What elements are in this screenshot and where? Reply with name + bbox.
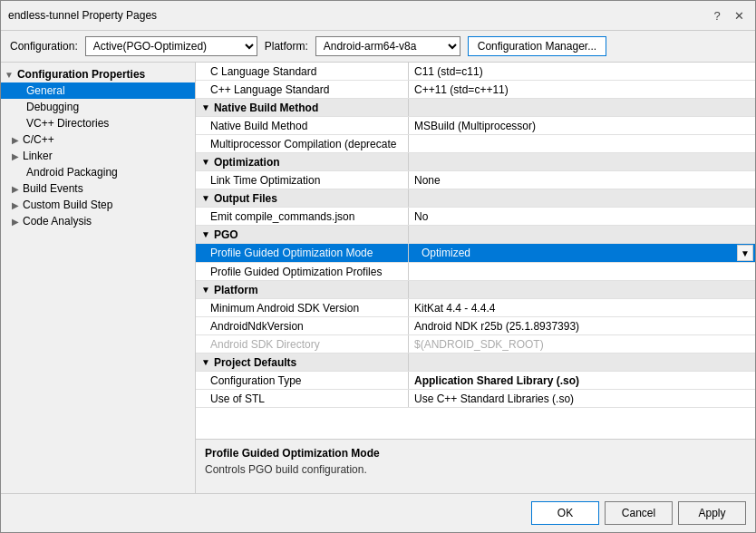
table-row: Profile Guided Optimization Profiles [196,263,755,281]
section-name: ▼ Optimization [196,153,409,170]
main-content: ▼ Configuration Properties General Debug… [1,63,755,493]
section-header-pgo: ▼ PGO [196,226,755,244]
section-name: ▼ PGO [196,226,409,243]
sidebar-item-general[interactable]: General [1,82,195,99]
prop-value: Android NDK r25b (25.1.8937393) [409,317,755,334]
section-name: ▼ Native Build Method [196,99,409,116]
prop-value: KitKat 4.4 - 4.4.4 [409,299,755,316]
prop-value [409,281,755,298]
prop-name: Native Build Method [196,117,409,134]
description-title: Profile Guided Optimization Mode [205,447,746,460]
title-bar: endless-tunnel Property Pages ? ✕ [1,1,755,31]
section-arrow-icon: ▼ [201,193,210,203]
prop-name-pgo-mode: Profile Guided Optimization Mode [196,244,409,262]
description-text: Controls PGO build configuration. [205,463,746,476]
prop-name: Profile Guided Optimization Profiles [196,263,409,280]
config-select[interactable]: Active(PGO-Optimized) [85,36,257,56]
table-row: Emit compile_commands.json No [196,208,755,226]
table-row: Use of STL Use C++ Standard Libraries (.… [196,390,755,408]
linker-chevron-icon: ▶ [12,151,19,161]
root-chevron-icon: ▼ [5,70,14,80]
prop-value [409,99,755,116]
prop-value [409,354,755,371]
section-name: ▼ Output Files [196,189,409,207]
prop-name: C Language Standard [196,63,409,80]
table-row: Link Time Optimization None [196,171,755,189]
prop-value-pgo-mode: Optimized ▼ [409,244,755,262]
description-panel: Profile Guided Optimization Mode Control… [196,439,755,493]
section-arrow-icon: ▼ [201,102,210,112]
prop-name: Emit compile_commands.json [196,208,409,225]
prop-value: C++11 (std=c++11) [409,81,755,98]
build-events-chevron-icon: ▶ [12,184,19,194]
table-row: AndroidNdkVersion Android NDK r25b (25.1… [196,317,755,335]
table-row: Minimum Android SDK Version KitKat 4.4 -… [196,299,755,317]
code-analysis-chevron-icon: ▶ [12,217,19,227]
sidebar-item-build-events[interactable]: ▶ Build Events [1,180,195,197]
platform-label: Platform: [265,40,308,53]
close-button[interactable]: ✕ [730,6,748,24]
apply-button[interactable]: Apply [678,501,746,525]
custom-build-step-chevron-icon: ▶ [12,200,19,210]
sidebar-item-vcc-directories[interactable]: VC++ Directories [1,115,195,131]
prop-name: AndroidNdkVersion [196,317,409,334]
prop-value [409,226,755,243]
prop-name: Multiprocessor Compilation (deprecate [196,135,409,152]
prop-name: C++ Language Standard [196,81,409,98]
prop-value [409,135,755,152]
config-label: Configuration: [10,40,78,53]
section-arrow-icon: ▼ [201,157,210,167]
sidebar-item-android-packaging[interactable]: Android Packaging [1,164,195,180]
property-grid: C Language Standard C11 (std=c11) C++ La… [196,63,755,439]
prop-value: No [409,208,755,225]
section-header-optimization: ▼ Optimization [196,153,755,171]
table-row: Native Build Method MSBuild (Multiproces… [196,117,755,135]
table-row: C Language Standard C11 (std=c11) [196,63,755,81]
cpp-chevron-icon: ▶ [12,135,19,145]
section-arrow-icon: ▼ [201,357,210,367]
prop-value: Use C++ Standard Libraries (.so) [409,390,755,407]
section-name: ▼ Platform [196,281,409,298]
section-header-output-files: ▼ Output Files [196,189,755,208]
sidebar-item-custom-build-step[interactable]: ▶ Custom Build Step [1,197,195,213]
table-row: C++ Language Standard C++11 (std=c++11) [196,81,755,99]
sidebar-item-cpp[interactable]: ▶ C/C++ [1,131,195,148]
section-arrow-icon: ▼ [201,285,210,295]
prop-name: Configuration Type [196,372,409,389]
prop-name: Link Time Optimization [196,171,409,189]
config-manager-button[interactable]: Configuration Manager... [468,36,606,56]
help-button[interactable]: ? [708,6,726,24]
cancel-button[interactable]: Cancel [605,501,673,525]
prop-name: Android SDK Directory [196,335,409,353]
table-row: Multiprocessor Compilation (deprecate [196,135,755,153]
section-name: ▼ Project Defaults [196,354,409,371]
section-header-project-defaults: ▼ Project Defaults [196,354,755,372]
sidebar-item-debugging[interactable]: Debugging [1,99,195,115]
prop-value: $(ANDROID_SDK_ROOT) [409,335,755,353]
prop-value: C11 (std=c11) [409,63,755,80]
section-arrow-icon: ▼ [201,229,210,239]
sidebar-item-code-analysis[interactable]: ▶ Code Analysis [1,213,195,229]
ok-button[interactable]: OK [531,501,599,525]
toolbar: Configuration: Active(PGO-Optimized) Pla… [1,31,755,63]
prop-value [409,263,755,280]
table-row: Android SDK Directory $(ANDROID_SDK_ROOT… [196,335,755,354]
property-pages-window: endless-tunnel Property Pages ? ✕ Config… [0,0,756,533]
pgo-mode-dropdown-button[interactable]: ▼ [737,245,753,261]
prop-name: Use of STL [196,390,409,407]
window-title: endless-tunnel Property Pages [8,9,157,22]
optimized-badge: Optimized [414,246,478,260]
sidebar-item-linker[interactable]: ▶ Linker [1,148,195,164]
left-panel: ▼ Configuration Properties General Debug… [1,63,196,493]
prop-value [409,153,755,170]
prop-value: Application Shared Library (.so) [409,372,755,389]
tree-root-label: Configuration Properties [17,68,145,81]
prop-value: None [409,171,755,189]
table-row-pgo-mode[interactable]: Profile Guided Optimization Mode Optimiz… [196,244,755,263]
prop-value [409,189,755,207]
prop-name: Minimum Android SDK Version [196,299,409,316]
right-panel: C Language Standard C11 (std=c11) C++ La… [196,63,755,493]
title-bar-buttons: ? ✕ [708,6,748,24]
footer: OK Cancel Apply [1,493,755,532]
platform-select[interactable]: Android-arm64-v8a [315,36,460,56]
